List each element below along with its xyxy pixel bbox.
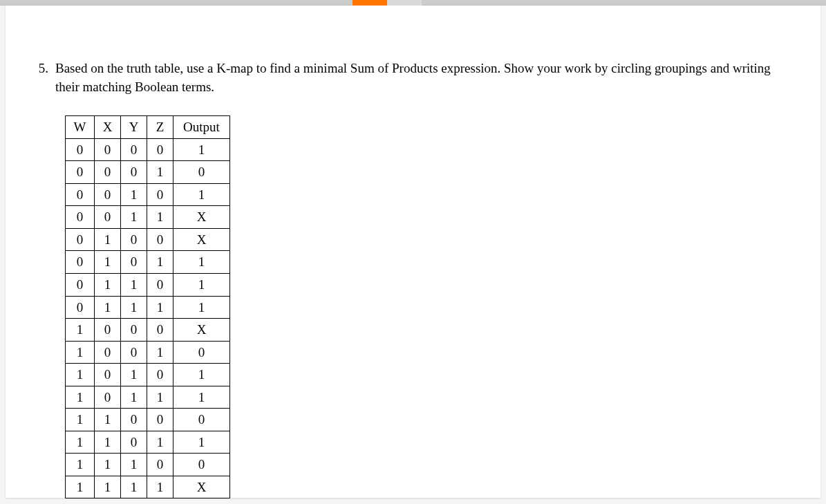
cell-y: 0 bbox=[121, 228, 147, 251]
cell-out: 1 bbox=[173, 274, 230, 297]
cell-z: 1 bbox=[147, 296, 173, 319]
cell-x: 0 bbox=[95, 161, 121, 184]
cell-z: 1 bbox=[147, 476, 173, 498]
cell-out: X bbox=[173, 319, 230, 342]
cell-z: 1 bbox=[147, 161, 173, 184]
cell-z: 0 bbox=[147, 319, 173, 342]
cell-z: 1 bbox=[147, 386, 173, 409]
table-row: 01101 bbox=[66, 274, 230, 297]
cell-out: 1 bbox=[173, 364, 230, 386]
cell-out: 1 bbox=[173, 138, 230, 161]
cell-y: 0 bbox=[121, 431, 147, 454]
table-row: 11011 bbox=[66, 431, 230, 454]
truth-table-wrap: W X Y Z Output 0000100010001010011X0100X… bbox=[65, 115, 793, 498]
header-x: X bbox=[95, 116, 121, 139]
cell-z: 1 bbox=[147, 251, 173, 274]
cell-w: 1 bbox=[66, 454, 95, 476]
top-accent-orange bbox=[353, 0, 387, 6]
cell-x: 0 bbox=[95, 386, 121, 409]
cell-x: 0 bbox=[95, 183, 121, 206]
table-row: 1111X bbox=[66, 476, 230, 498]
cell-w: 1 bbox=[66, 476, 95, 498]
cell-y: 1 bbox=[121, 274, 147, 297]
table-row: 00101 bbox=[66, 183, 230, 206]
cell-w: 0 bbox=[66, 251, 95, 274]
cell-x: 1 bbox=[95, 228, 121, 251]
cell-out: 1 bbox=[173, 386, 230, 409]
top-accent-gray bbox=[387, 0, 422, 6]
cell-y: 0 bbox=[121, 251, 147, 274]
cell-out: X bbox=[173, 228, 230, 251]
cell-out: 1 bbox=[173, 251, 230, 274]
cell-z: 0 bbox=[147, 364, 173, 386]
truth-table-body: 0000100010001010011X0100X010110110101111… bbox=[66, 138, 230, 498]
cell-x: 1 bbox=[95, 431, 121, 454]
cell-out: 0 bbox=[173, 341, 230, 364]
table-row: 00001 bbox=[66, 138, 230, 161]
cell-z: 0 bbox=[147, 138, 173, 161]
cell-out: 0 bbox=[173, 454, 230, 476]
cell-w: 0 bbox=[66, 228, 95, 251]
cell-x: 1 bbox=[95, 274, 121, 297]
truth-table: W X Y Z Output 0000100010001010011X0100X… bbox=[65, 115, 230, 498]
cell-w: 1 bbox=[66, 386, 95, 409]
table-row: 1000X bbox=[66, 319, 230, 342]
cell-out: X bbox=[173, 476, 230, 498]
cell-out: 1 bbox=[173, 183, 230, 206]
cell-w: 0 bbox=[66, 161, 95, 184]
cell-y: 0 bbox=[121, 409, 147, 431]
table-row: 10010 bbox=[66, 341, 230, 364]
table-row: 00010 bbox=[66, 161, 230, 184]
header-w: W bbox=[66, 116, 95, 139]
table-row: 10101 bbox=[66, 364, 230, 386]
cell-y: 1 bbox=[121, 454, 147, 476]
cell-y: 1 bbox=[121, 364, 147, 386]
table-row: 11000 bbox=[66, 409, 230, 431]
cell-out: X bbox=[173, 206, 230, 229]
page-content: 5. Based on the truth table, use a K-map… bbox=[6, 6, 820, 498]
cell-y: 1 bbox=[121, 296, 147, 319]
top-bar bbox=[0, 0, 826, 6]
cell-z: 1 bbox=[147, 206, 173, 229]
cell-y: 1 bbox=[121, 386, 147, 409]
cell-out: 0 bbox=[173, 161, 230, 184]
question-text: Based on the truth table, use a K-map to… bbox=[55, 59, 781, 96]
cell-x: 0 bbox=[95, 341, 121, 364]
cell-y: 0 bbox=[121, 341, 147, 364]
cell-w: 0 bbox=[66, 274, 95, 297]
header-y: Y bbox=[121, 116, 147, 139]
cell-z: 0 bbox=[147, 274, 173, 297]
cell-y: 0 bbox=[121, 319, 147, 342]
cell-z: 0 bbox=[147, 454, 173, 476]
cell-x: 1 bbox=[95, 251, 121, 274]
question-number: 5. bbox=[33, 59, 48, 78]
table-row: 01011 bbox=[66, 251, 230, 274]
cell-z: 1 bbox=[147, 341, 173, 364]
header-z: Z bbox=[147, 116, 173, 139]
table-row: 0100X bbox=[66, 228, 230, 251]
table-row: 10111 bbox=[66, 386, 230, 409]
cell-x: 0 bbox=[95, 138, 121, 161]
cell-out: 0 bbox=[173, 409, 230, 431]
cell-y: 1 bbox=[121, 476, 147, 498]
cell-x: 1 bbox=[95, 476, 121, 498]
question-block: 5. Based on the truth table, use a K-map… bbox=[33, 59, 793, 96]
cell-z: 1 bbox=[147, 431, 173, 454]
table-row: 0011X bbox=[66, 206, 230, 229]
cell-w: 1 bbox=[66, 409, 95, 431]
cell-out: 1 bbox=[173, 296, 230, 319]
cell-z: 0 bbox=[147, 409, 173, 431]
cell-out: 1 bbox=[173, 431, 230, 454]
cell-w: 0 bbox=[66, 296, 95, 319]
cell-w: 1 bbox=[66, 364, 95, 386]
cell-w: 0 bbox=[66, 206, 95, 229]
cell-w: 1 bbox=[66, 341, 95, 364]
cell-z: 0 bbox=[147, 228, 173, 251]
cell-w: 0 bbox=[66, 138, 95, 161]
cell-y: 0 bbox=[121, 161, 147, 184]
cell-w: 1 bbox=[66, 431, 95, 454]
cell-x: 1 bbox=[95, 409, 121, 431]
cell-x: 1 bbox=[95, 296, 121, 319]
cell-y: 1 bbox=[121, 206, 147, 229]
cell-x: 0 bbox=[95, 319, 121, 342]
